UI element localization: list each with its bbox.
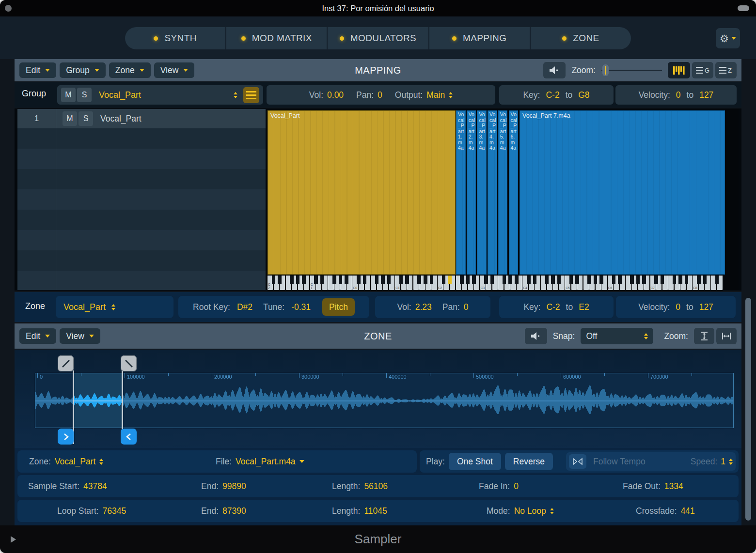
piano-black-key[interactable] [569,276,573,284]
tune-value[interactable]: -0.31 [291,302,311,312]
tab-mapping[interactable]: MAPPING [429,27,531,49]
one-shot-button[interactable]: One Shot [449,453,501,470]
group-solo-button[interactable]: S [77,88,92,102]
zone-vol-value[interactable]: 2.23 [415,302,432,312]
flex-button[interactable] [569,454,586,469]
piano-black-key[interactable] [515,276,519,284]
piano-black-key[interactable] [599,276,603,284]
piano-black-key[interactable] [399,276,403,284]
loop-start-value[interactable]: 76345 [103,506,126,516]
piano-black-key[interactable] [302,276,306,284]
waveform-box[interactable]: 0100000200000300000400000500000600000700… [35,373,734,428]
zone-vel-high[interactable]: 127 [699,302,713,312]
tab-synth[interactable]: SYNTH [125,27,226,49]
group-name-value[interactable]: Vocal_Part [99,90,141,100]
zoom-horizontal-button[interactable] [716,328,737,344]
piano-root-key[interactable] [448,276,452,284]
info-zone-stepper[interactable] [99,459,103,465]
pitch-toggle-button[interactable]: Pitch [322,298,355,316]
mapping-menu-view[interactable]: View [154,62,195,78]
piano-black-key[interactable] [484,276,488,284]
fade-in-value[interactable]: 0 [514,481,519,492]
piano-black-key[interactable] [490,276,494,284]
zone-block-strip[interactable]: Vocal_Part 5.m4a [498,110,508,275]
group-name-stepper[interactable] [234,92,237,98]
piano-black-key[interactable] [424,276,427,284]
mapping-menu-group[interactable]: Group [60,62,106,78]
sample-start-value[interactable]: 43784 [83,481,107,492]
view-zone-list-button[interactable]: Z [715,62,737,78]
piano-black-key[interactable] [290,276,294,284]
root-key-value[interactable]: D#2 [237,302,252,312]
group-output-stepper[interactable] [449,92,453,98]
piano-black-key[interactable] [594,276,598,284]
mapping-zoom-slider[interactable] [601,64,662,76]
zone-block-strip[interactable]: Vocal_Part 1.m4a [456,110,466,275]
piano-black-key[interactable] [545,276,549,284]
piano-black-key[interactable] [551,276,555,284]
zone-block-wide[interactable]: Vocal_Part 7.m4a [520,110,725,275]
zone-audition-button[interactable] [525,328,547,344]
piano-black-key[interactable] [375,276,379,284]
piano-black-key[interactable] [575,276,579,284]
piano-black-key[interactable] [612,276,616,284]
audition-button[interactable] [543,62,566,78]
piano-black-key[interactable] [678,276,682,284]
fade-in-handle[interactable] [58,355,74,371]
piano-black-key[interactable] [508,276,512,284]
piano-black-key[interactable] [339,276,343,284]
speed-value[interactable]: 1 [721,457,725,467]
piano-black-key[interactable] [527,276,531,284]
row-mute-button[interactable]: M [63,111,77,126]
zone-pan-value[interactable]: 0 [464,302,469,312]
zone-menu-edit[interactable]: Edit [19,328,56,344]
piano-black-key[interactable] [557,276,561,284]
piano-black-key[interactable] [472,276,476,284]
sample-end-value[interactable]: 99890 [222,481,246,492]
loop-length-value[interactable]: 11045 [364,506,387,516]
piano-black-key[interactable] [320,276,324,284]
view-group-list-button[interactable]: G [692,62,713,78]
piano-black-key[interactable] [363,276,367,284]
group-menu-button[interactable] [243,87,259,103]
window-link-icon[interactable] [738,5,749,11]
piano-black-key[interactable] [272,276,276,284]
piano-black-key[interactable] [357,276,361,284]
piano-black-key[interactable] [630,276,634,284]
tab-mod-matrix[interactable]: MOD MATRIX [226,27,328,49]
piano-black-key[interactable] [587,276,591,284]
group-key-low[interactable]: C-2 [546,90,559,100]
piano-black-key[interactable] [417,276,421,284]
piano-black-key[interactable] [345,276,348,284]
zone-block-strip[interactable]: Vocal_Part 2.m4a [467,110,476,275]
piano-black-key[interactable] [430,276,434,284]
loop-end-value[interactable]: 87390 [222,506,246,516]
speed-stepper[interactable] [729,459,733,465]
piano-black-key[interactable] [654,276,658,284]
follow-tempo-label[interactable]: Follow Tempo [593,457,646,467]
piano-black-key[interactable] [618,276,622,284]
zone-key-high[interactable]: E2 [579,302,589,312]
crossfade-value[interactable]: 441 [681,506,695,516]
reverse-button[interactable]: Reverse [505,453,553,470]
piano-black-key[interactable] [381,276,385,284]
zone-map-display[interactable]: Vocal_Part Vocal_Part 1.m4a Vocal_Part 2… [266,109,739,290]
piano-black-key[interactable] [661,276,664,284]
mapping-menu-edit[interactable]: Edit [19,62,56,78]
zone-block-strip[interactable]: Vocal_Part 4.m4a [488,110,497,275]
window-close-icon[interactable] [5,5,12,12]
piano-black-key[interactable] [673,276,677,284]
piano-black-key[interactable] [697,276,701,284]
piano-black-key[interactable] [278,276,282,284]
piano-black-key[interactable] [636,276,640,284]
piano-black-key[interactable] [715,276,719,284]
piano-black-key[interactable] [405,276,409,284]
waveform-canvas[interactable] [35,373,733,428]
sample-start-handle[interactable] [58,429,74,445]
fade-out-value[interactable]: 1334 [664,481,683,492]
zone-block-selected[interactable]: Vocal_Part [268,110,456,275]
piano-keyboard[interactable]: C-2C-1C0C1C2C3C4C5C6C7C8 [268,276,723,291]
piano-black-key[interactable] [296,276,300,284]
group-key-high[interactable]: G8 [578,90,589,100]
row-solo-button[interactable]: S [79,111,93,126]
